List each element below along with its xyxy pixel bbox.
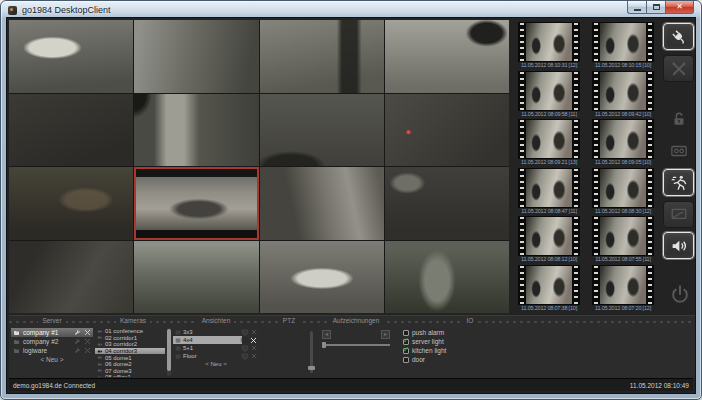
filmstrip-frame (592, 216, 654, 256)
camera-icon (97, 355, 103, 360)
app-window: go1984 DesktopClient ✕ (0, 0, 702, 400)
connect-button[interactable] (663, 23, 694, 50)
maximize-button[interactable] (646, 1, 665, 14)
titlebar[interactable]: go1984 DesktopClient ✕ (1, 1, 701, 17)
recording-thumbnail[interactable]: 11.05.2012 08:08:47 [11] (517, 168, 581, 217)
camera-tile-3[interactable] (260, 20, 384, 93)
thumbnail-timestamp: 11.05.2012 08:09:21 [13] (517, 159, 581, 166)
camera-tile-10-selected[interactable] (134, 167, 258, 240)
camera-tile-2[interactable] (134, 20, 258, 93)
delete-icon[interactable] (251, 345, 257, 351)
view-item-selected[interactable]: 4x4 (173, 336, 259, 344)
camera-item[interactable]: 08 office1 (95, 374, 165, 377)
recordings-button[interactable] (663, 137, 694, 164)
thumbnail-timestamp: 11.05.2012 08:07:20 [12] (591, 305, 655, 312)
setup-button[interactable] (663, 55, 694, 82)
server-label: logiware (23, 347, 47, 354)
camera-label: 04 corridor3 (105, 348, 137, 354)
thumbnail-image (526, 169, 572, 207)
io-item-push-alarm[interactable]: push alarm (401, 328, 545, 337)
ptz-zoom-slider[interactable] (310, 331, 313, 373)
recording-thumbnail[interactable]: 11.05.2012 08:09:05 [10] (591, 119, 655, 168)
recording-thumbnail[interactable]: 11.05.2012 08:10:31 [12] (517, 22, 581, 71)
camera-label: 02 corridor1 (105, 335, 137, 341)
camera-tile-4[interactable] (385, 20, 509, 93)
recording-thumbnail[interactable]: 11.05.2012 08:09:42 [10] (591, 71, 655, 120)
recording-thumbnail[interactable]: 11.05.2012 08:07:55 [11] (591, 216, 655, 265)
check-icon: ✓ (403, 338, 410, 344)
view-item[interactable]: 3x3 (173, 328, 259, 336)
checkbox-door[interactable] (403, 357, 409, 363)
camera-item[interactable]: 03 corridor2 (95, 341, 165, 348)
checkbox-server-light[interactable]: ✓ (403, 339, 409, 345)
camera-label: 03 corridor2 (105, 341, 137, 347)
screen-button[interactable] (663, 201, 694, 228)
timeline-slider[interactable] (322, 344, 390, 346)
section-header: IO (395, 317, 545, 325)
view-item[interactable]: 5+1 (173, 344, 259, 352)
remove-icon[interactable] (84, 338, 91, 345)
camera-item[interactable]: 05 dome1 (95, 354, 165, 361)
remove-icon[interactable] (84, 329, 91, 336)
filmstrip-frame (592, 265, 654, 305)
recording-thumbnail[interactable]: 11.05.2012 08:09:58 [11] (517, 71, 581, 120)
server-item-new[interactable]: < Neu > (11, 355, 93, 364)
camera-item[interactable]: 01 conference (95, 328, 165, 335)
server-item-logiware[interactable]: logiware (11, 346, 93, 355)
io-item-kitchen-light[interactable]: ✓ kitchen light (401, 346, 545, 355)
recording-thumbnail[interactable]: 11.05.2012 08:08:12 [10] (517, 216, 581, 265)
camera-tile-11[interactable] (260, 167, 384, 240)
lock-button[interactable] (663, 105, 694, 132)
remove-icon[interactable] (84, 347, 91, 354)
camera-tile-9[interactable] (9, 167, 133, 240)
thumbnail-image (600, 72, 646, 110)
server-item-company-1[interactable]: company #1 (11, 328, 93, 337)
camera-list-scrollbar[interactable] (167, 328, 171, 376)
io-item-door[interactable]: door (401, 355, 545, 364)
filmstrip-frame (518, 119, 580, 159)
delete-icon[interactable] (251, 329, 257, 335)
camera-tile-13[interactable] (9, 241, 133, 314)
camera-tile-12[interactable] (385, 167, 509, 240)
recording-thumbnail[interactable]: 11.05.2012 08:09:21 [13] (517, 119, 581, 168)
filmstrip-frame (518, 22, 580, 62)
camera-tile-7[interactable] (260, 94, 384, 167)
camera-item[interactable]: 02 corridor1 (95, 335, 165, 342)
view-item[interactable]: Floor (173, 352, 259, 360)
camera-tile-6[interactable] (134, 94, 258, 167)
delete-icon[interactable] (251, 353, 257, 359)
recording-thumbnail[interactable]: 11.05.2012 08:08:30 [12] (591, 168, 655, 217)
configure-icon[interactable] (74, 329, 81, 336)
checkbox-kitchen-light[interactable]: ✓ (403, 348, 409, 354)
camera-item[interactable]: 07 dome3 (95, 368, 165, 375)
configure-icon[interactable] (74, 338, 81, 345)
power-icon (669, 284, 691, 306)
minimize-button[interactable] (627, 1, 646, 14)
audio-button[interactable] (663, 232, 694, 259)
checkbox-push-alarm[interactable] (403, 330, 409, 336)
power-button[interactable] (663, 278, 696, 311)
prev-recording-button[interactable]: ◂ (322, 330, 331, 339)
recording-thumbnail[interactable]: 11.05.2012 08:07:38 [10] (517, 265, 581, 314)
camera-tile-1[interactable] (9, 20, 133, 93)
camera-tile-5[interactable] (9, 94, 133, 167)
camera-item[interactable]: 06 dome2 (95, 361, 165, 368)
camera-tile-16[interactable] (385, 241, 509, 314)
motion-button[interactable] (663, 169, 694, 196)
next-recording-button[interactable]: ▸ (381, 330, 390, 339)
camera-tile-8[interactable] (385, 94, 509, 167)
server-item-company-2[interactable]: company #2 (11, 337, 93, 346)
io-item-server-light[interactable]: ✓ server light (401, 337, 545, 346)
thumbnail-timestamp: 11.05.2012 08:08:12 [10] (517, 256, 581, 263)
close-button[interactable]: ✕ (665, 1, 694, 14)
recording-thumbnail[interactable]: 11.05.2012 08:10:15 [10] (591, 22, 655, 71)
delete-icon[interactable] (250, 337, 257, 344)
view-item-new[interactable]: < Neu > (173, 360, 259, 368)
camera-item-selected[interactable]: 04 corridor3 (95, 348, 165, 355)
camera-tile-14[interactable] (134, 241, 258, 314)
camera-label: 08 office1 (105, 374, 131, 377)
recording-thumbnail[interactable]: 11.05.2012 08:07:20 [12] (591, 265, 655, 314)
configure-icon[interactable] (74, 347, 81, 354)
camera-tile-15[interactable] (260, 241, 384, 314)
camera-icon (97, 368, 103, 373)
